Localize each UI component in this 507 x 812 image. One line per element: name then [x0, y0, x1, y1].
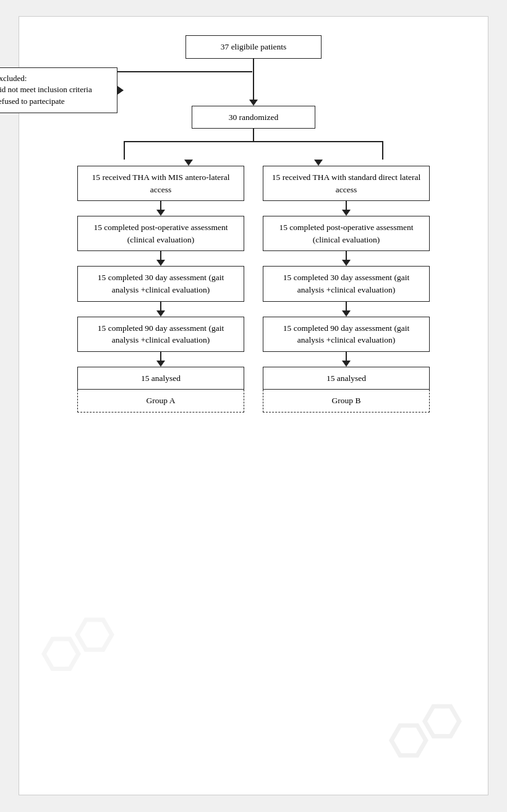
left-arrow1 — [156, 201, 165, 216]
exclude-arrow-row: 7 excluded: 5 did not meet inclusion cri… — [0, 67, 124, 114]
eligible-box: 37 eligibile patients — [185, 35, 322, 59]
randomized-box: 30 randomized — [192, 106, 315, 129]
right-group-box: Group B — [263, 390, 430, 412]
left-analysed-text: 15 analysed — [141, 374, 181, 383]
excluded-line1: 5 did not meet inclusion criteria — [0, 85, 92, 94]
branch-lines — [124, 142, 383, 160]
right-received-box: 15 received THA with standard direct lat… — [263, 166, 430, 201]
left-arrow2 — [156, 251, 165, 266]
right-day30-text: 15 completed 30 day assessment (gait ana… — [283, 273, 409, 294]
left-day90-text: 15 completed 90 day assessment (gait ana… — [98, 323, 224, 345]
watermark-left: ⬡⬡ — [30, 602, 124, 687]
left-received-box: 15 received THA with MIS antero-lateral … — [77, 166, 244, 201]
left-postop-text: 15 completed post-operative assessment (… — [93, 223, 228, 244]
arrow-left-branch — [184, 160, 193, 166]
right-day90-text: 15 completed 90 day assessment (gait ana… — [283, 323, 409, 345]
left-day30-text: 15 completed 30 day assessment (gait ana… — [98, 273, 224, 294]
randomized-text: 30 randomized — [229, 113, 279, 122]
arrow-right-branch — [314, 160, 323, 166]
line3 — [253, 129, 254, 141]
split-section — [32, 129, 475, 166]
right-day90-box: 15 completed 90 day assessment (gait ana… — [263, 317, 430, 352]
left-group-text: Group A — [147, 396, 176, 405]
left-group-box: Group A — [77, 390, 244, 412]
flowchart: 37 eligibile patients 7 excluded: — [32, 35, 475, 412]
branch-arrows — [124, 160, 383, 166]
right-arrow1 — [342, 201, 351, 216]
left-postop-box: 15 completed post-operative assessment (… — [77, 216, 244, 251]
right-postop-box: 15 completed post-operative assessment (… — [263, 216, 430, 251]
right-arrow2 — [342, 251, 351, 266]
excluded-title: 7 excluded: — [0, 74, 27, 83]
excluded-line2: 2 refused to partecipate — [0, 96, 65, 106]
right-day30-box: 15 completed 30 day assessment (gait ana… — [263, 266, 430, 301]
left-analysed-box: 15 analysed — [77, 367, 244, 390]
h-line-left — [117, 71, 252, 72]
left-day90-box: 15 completed 90 day assessment (gait ana… — [77, 317, 244, 352]
line2 — [253, 71, 254, 100]
right-arrow4 — [342, 352, 351, 367]
eligible-text: 37 eligibile patients — [221, 42, 286, 51]
right-arrow3 — [342, 302, 351, 317]
left-branch: 15 received THA with MIS antero-lateral … — [68, 166, 254, 412]
two-branches: 15 received THA with MIS antero-lateral … — [32, 166, 475, 412]
line1 — [253, 59, 254, 71]
right-analysed-box: 15 analysed — [263, 367, 430, 390]
right-branch: 15 received THA with standard direct lat… — [254, 166, 439, 412]
page: ⬡⬡ ⬡⬡ 37 eligibile patients — [19, 16, 488, 795]
left-arrow3 — [156, 302, 165, 317]
arrow1 — [249, 100, 258, 106]
left-day30-box: 15 completed 30 day assessment (gait ana… — [77, 266, 244, 301]
right-analysed-text: 15 analysed — [326, 374, 366, 383]
arrow-right-to-box — [117, 86, 124, 95]
right-received-text: 15 received THA with standard direct lat… — [272, 173, 420, 194]
right-postop-text: 15 completed post-operative assessment (… — [279, 223, 413, 244]
left-received-text: 15 received THA with MIS antero-lateral … — [92, 173, 230, 194]
right-branch-line — [382, 142, 383, 160]
exclude-box: 7 excluded: 5 did not meet inclusion cri… — [0, 67, 117, 114]
watermark-right: ⬡⬡ — [377, 689, 471, 774]
left-arrow4 — [156, 352, 165, 367]
right-group-text: Group B — [332, 396, 361, 405]
left-branch-line — [124, 142, 125, 160]
